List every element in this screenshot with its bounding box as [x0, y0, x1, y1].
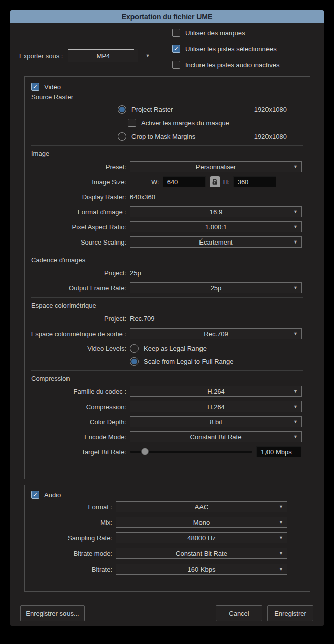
color-space-project-label: Project: — [25, 315, 130, 323]
output-color-space-value: Rec.709 — [204, 330, 228, 338]
project-raster-row: Project Raster 1920x1080 — [118, 104, 287, 114]
audio-group: ✓ Audio Format : AAC ▼ Mix: Mono ▼ Sampl… — [24, 485, 310, 592]
divider — [31, 370, 303, 371]
image-size-controls: W: 640 H: 360 — [130, 176, 276, 187]
project-raster-radio[interactable] — [118, 105, 126, 114]
color-space-project-value: Rec.709 — [130, 315, 154, 323]
compression-dropdown[interactable]: H.264 ▼ — [130, 401, 302, 412]
output-color-space-row: Espace colorimétrique de sortie : Rec.70… — [25, 328, 310, 339]
footer-divider — [17, 599, 317, 599]
height-input[interactable]: 360 — [233, 176, 276, 187]
save-as-button[interactable]: Enregistrer sous... — [20, 605, 85, 621]
sampling-rate-value: 48000 Hz — [187, 534, 216, 542]
keep-legal-range-radio[interactable] — [130, 344, 139, 353]
bitrate-mode-dropdown[interactable]: Constant Bit Rate ▼ — [116, 548, 287, 559]
target-bit-rate-label: Target Bit Rate: — [25, 448, 130, 456]
pixel-aspect-row: Pixel Aspect Ratio: 1.000:1 ▼ — [25, 221, 310, 232]
color-depth-dropdown[interactable]: 8 bit ▼ — [130, 416, 302, 427]
chevron-down-icon[interactable]: ▼ — [145, 53, 150, 58]
aspect-dropdown[interactable]: 16:9 ▼ — [130, 206, 302, 217]
pixel-aspect-label: Pixel Aspect Ratio: — [25, 223, 130, 231]
color-depth-row: Color Depth: 8 bit ▼ — [25, 416, 310, 427]
codec-family-value: H.264 — [207, 388, 225, 395]
crop-to-mask-label: Crop to Mask Margins — [131, 133, 195, 140]
chevron-down-icon: ▼ — [279, 536, 283, 540]
crop-to-mask-radio[interactable] — [118, 132, 126, 141]
chevron-down-icon: ▼ — [279, 551, 283, 556]
audio-format-dropdown[interactable]: AAC ▼ — [116, 501, 287, 512]
divider — [31, 145, 303, 146]
cancel-button-label: Cancel — [229, 610, 249, 617]
color-space-heading: Espace colorimétrique — [31, 302, 310, 310]
bitrate-value: 160 Kbps — [188, 566, 216, 573]
compression-row: Compression: H.264 ▼ — [25, 401, 310, 412]
preset-label: Preset: — [25, 163, 130, 171]
use-markers-checkbox[interactable]: ✓ — [172, 29, 180, 37]
keep-legal-range-option: Keep as Legal Range — [130, 344, 207, 353]
bitrate-dropdown[interactable]: 160 Kbps ▼ — [116, 564, 287, 575]
bitrate-row: Bitrate: 160 Kbps ▼ — [25, 564, 310, 575]
include-inactive-audio-checkbox[interactable]: ✓ — [172, 61, 180, 69]
encode-mode-value: Constant Bit Rate — [190, 433, 242, 441]
video-enable-row: ✓ Vidéo — [31, 82, 310, 91]
check-icon: ✓ — [33, 492, 38, 498]
audio-checkbox[interactable]: ✓ — [31, 491, 39, 499]
target-bit-rate-slider[interactable] — [130, 447, 252, 457]
keep-legal-range-label: Keep as Legal Range — [144, 345, 207, 352]
use-selected-tracks-label: Utiliser les pistes sélectionnées — [185, 45, 277, 53]
bitrate-label: Bitrate: — [25, 566, 116, 573]
use-selected-tracks-checkbox[interactable]: ✓ — [172, 45, 180, 53]
export-as-dropdown[interactable]: MP4 — [68, 49, 138, 62]
export-as-value: MP4 — [97, 52, 110, 60]
frame-rate-project-value: 25p — [130, 269, 141, 277]
target-bit-rate-input[interactable]: 1,00 Mbps — [256, 446, 301, 457]
aspect-row: Format d'image : 16:9 ▼ — [25, 206, 310, 217]
codec-family-dropdown[interactable]: H.264 ▼ — [130, 386, 302, 397]
pixel-aspect-value: 1.000:1 — [205, 223, 227, 231]
width-input[interactable]: 640 — [163, 176, 206, 187]
chevron-down-icon: ▼ — [293, 240, 298, 245]
video-label: Vidéo — [44, 83, 61, 91]
preset-value: Personnaliser — [196, 163, 236, 171]
aspect-lock-button[interactable] — [210, 176, 220, 187]
save-button[interactable]: Enregistrer — [267, 605, 313, 621]
export-as-row: Exporter sous : MP4 ▼ — [19, 49, 150, 62]
project-raster-label: Project Raster — [131, 106, 173, 113]
compression-heading: Compression — [31, 375, 310, 383]
cancel-button[interactable]: Cancel — [216, 605, 262, 621]
scale-full-range-option: Scale from Legal to Full Range — [130, 356, 310, 366]
check-icon: ✓ — [33, 84, 38, 90]
target-bit-rate-row: Target Bit Rate: 1,00 Mbps — [25, 446, 310, 457]
preset-row: Preset: Personnaliser ▼ — [25, 161, 310, 172]
mask-margins-checkbox[interactable]: ✓ — [128, 119, 136, 127]
color-depth-value: 8 bit — [210, 418, 222, 426]
chevron-down-icon: ▼ — [293, 420, 298, 424]
source-scaling-value: Écartement — [199, 238, 232, 246]
audio-mix-row: Mix: Mono ▼ — [25, 517, 310, 528]
use-markers-row: ✓ Utiliser des marques — [172, 28, 279, 37]
divider — [31, 297, 303, 298]
chevron-down-icon: ▼ — [279, 567, 283, 572]
codec-family-label: Famille du codec : — [25, 388, 130, 395]
output-color-space-dropdown[interactable]: Rec.709 ▼ — [130, 328, 302, 339]
source-scaling-dropdown[interactable]: Écartement ▼ — [130, 236, 302, 248]
output-frame-rate-dropdown[interactable]: 25p ▼ — [130, 282, 302, 293]
check-icon: ✓ — [174, 46, 179, 52]
sampling-rate-dropdown[interactable]: 48000 Hz ▼ — [116, 532, 287, 543]
frame-rate-project-row: Project: 25p — [25, 267, 310, 278]
audio-mix-dropdown[interactable]: Mono ▼ — [116, 517, 287, 528]
bitrate-mode-label: Bitrate mode: — [25, 550, 116, 557]
height-label: H: — [223, 178, 230, 186]
chevron-down-icon: ▼ — [279, 520, 283, 525]
preset-dropdown[interactable]: Personnaliser ▼ — [130, 161, 302, 172]
pixel-aspect-dropdown[interactable]: 1.000:1 ▼ — [130, 221, 302, 232]
scale-full-range-label: Scale from Legal to Full Range — [144, 358, 233, 365]
compression-value: H.264 — [207, 403, 225, 411]
video-checkbox[interactable]: ✓ — [31, 83, 39, 91]
height-value: 360 — [238, 178, 249, 186]
scale-full-range-radio[interactable] — [130, 357, 139, 366]
slider-thumb[interactable] — [141, 448, 149, 455]
dialog-title-bar[interactable]: Exportation du fichier UME — [10, 10, 324, 23]
encode-mode-dropdown[interactable]: Constant Bit Rate ▼ — [130, 431, 302, 442]
lock-icon — [212, 179, 218, 185]
